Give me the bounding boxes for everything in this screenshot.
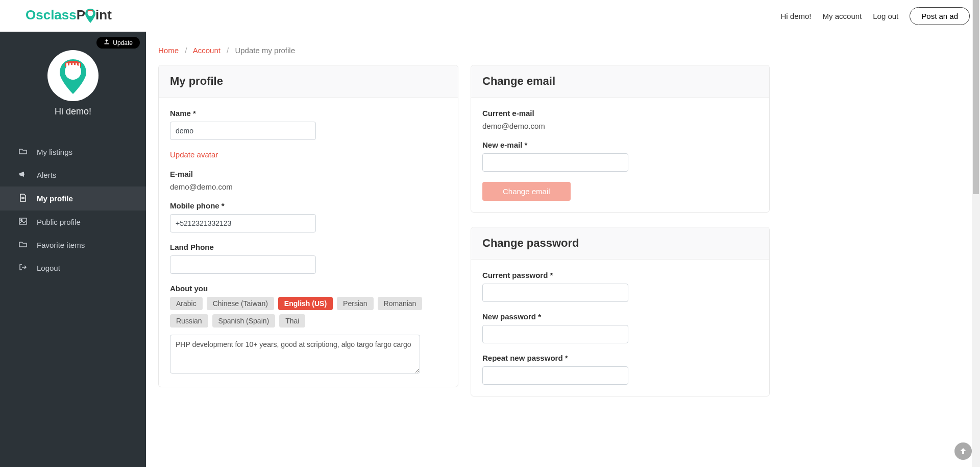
sidebar-item-logout[interactable]: Logout xyxy=(0,256,146,279)
nav-my-account[interactable]: My account xyxy=(823,12,862,20)
bullhorn-icon xyxy=(18,171,28,179)
svg-rect-3 xyxy=(69,63,71,67)
change-email-card: Change email Current e-mail demo@demo.co… xyxy=(471,65,770,213)
update-button-label: Update xyxy=(113,39,133,46)
mobile-phone-input[interactable] xyxy=(170,214,316,232)
breadcrumb-current: Update my profile xyxy=(235,46,295,55)
current-email-value: demo@demo.com xyxy=(482,122,758,130)
my-profile-card: My profile Name * Update avatar E-mail d… xyxy=(158,65,458,387)
breadcrumb-account[interactable]: Account xyxy=(193,46,220,55)
new-password-label: New password * xyxy=(482,312,758,321)
upload-icon xyxy=(104,39,110,46)
scrollbar[interactable] xyxy=(972,0,980,467)
land-phone-input[interactable] xyxy=(170,255,316,274)
sidebar-item-alerts[interactable]: Alerts xyxy=(0,164,146,186)
logo-part1: Osclass xyxy=(26,7,77,22)
repeat-password-input[interactable] xyxy=(482,366,628,385)
sidebar-greeting: Hi demo! xyxy=(0,106,146,117)
lang-tag-english-us[interactable]: English (US) xyxy=(278,297,333,310)
breadcrumb: Home / Account / Update my profile xyxy=(158,46,968,55)
logo-part3: int xyxy=(95,7,112,22)
main-content: Home / Account / Update my profile My pr… xyxy=(146,32,980,467)
change-email-button[interactable]: Change email xyxy=(482,182,571,201)
arrow-up-icon xyxy=(958,446,968,456)
svg-rect-4 xyxy=(72,63,74,67)
svg-rect-6 xyxy=(79,63,80,67)
repeat-password-label: Repeat new password * xyxy=(482,354,758,362)
avatar-map-pin-icon xyxy=(53,55,93,96)
top-header: OsclassPint Hi demo! My account Log out … xyxy=(0,0,980,32)
svg-rect-5 xyxy=(76,63,77,67)
new-password-input[interactable] xyxy=(482,325,628,343)
land-phone-label: Land Phone xyxy=(170,243,447,251)
scrollbar-thumb[interactable] xyxy=(973,0,979,194)
image-icon xyxy=(18,218,28,226)
my-profile-title: My profile xyxy=(170,75,447,88)
logo-part2: P xyxy=(77,7,85,22)
sidebar-item-label: Alerts xyxy=(37,171,56,179)
about-you-textarea[interactable] xyxy=(170,335,420,373)
sidebar: Update Hi demo! My listings xyxy=(0,32,146,467)
nav-log-out[interactable]: Log out xyxy=(873,12,898,20)
lang-tag-chinese-taiwan[interactable]: Chinese (Taiwan) xyxy=(207,297,274,310)
sidebar-menu: My listings Alerts My profile Public pro… xyxy=(0,141,146,279)
document-icon xyxy=(18,194,28,203)
lang-tag-russian[interactable]: Russian xyxy=(170,314,208,328)
scroll-to-top-button[interactable] xyxy=(953,441,973,461)
svg-point-8 xyxy=(21,220,22,221)
lang-tag-romanian[interactable]: Romanian xyxy=(378,297,423,310)
lang-tag-persian[interactable]: Persian xyxy=(337,297,373,310)
name-input[interactable] xyxy=(170,122,316,140)
lang-tag-thai[interactable]: Thai xyxy=(279,314,305,328)
language-tags: Arabic Chinese (Taiwan) English (US) Per… xyxy=(170,297,447,328)
logo[interactable]: OsclassPint xyxy=(26,7,112,25)
breadcrumb-sep: / xyxy=(185,46,187,55)
sidebar-item-public-profile[interactable]: Public profile xyxy=(0,211,146,233)
update-button[interactable]: Update xyxy=(96,37,140,49)
breadcrumb-home[interactable]: Home xyxy=(158,46,179,55)
map-pin-icon xyxy=(85,7,95,25)
sidebar-item-my-listings[interactable]: My listings xyxy=(0,141,146,164)
post-an-ad-button[interactable]: Post an ad xyxy=(910,7,970,25)
breadcrumb-sep: / xyxy=(227,46,229,55)
lang-tag-arabic[interactable]: Arabic xyxy=(170,297,203,310)
mobile-phone-label: Mobile phone * xyxy=(170,201,447,210)
sidebar-item-label: My listings xyxy=(37,148,72,156)
sidebar-item-label: Public profile xyxy=(37,218,81,226)
change-password-title: Change password xyxy=(482,237,758,250)
sidebar-item-my-profile[interactable]: My profile xyxy=(0,186,146,211)
name-label: Name * xyxy=(170,109,447,118)
svg-rect-2 xyxy=(66,63,68,67)
top-nav: Hi demo! My account Log out Post an ad xyxy=(781,7,970,25)
about-you-label: About you xyxy=(170,284,447,293)
email-value: demo@demo.com xyxy=(170,182,447,191)
change-email-title: Change email xyxy=(482,75,758,88)
new-email-input[interactable] xyxy=(482,153,628,172)
current-password-input[interactable] xyxy=(482,284,628,302)
email-label: E-mail xyxy=(170,170,447,178)
folder-icon xyxy=(18,241,28,249)
current-email-label: Current e-mail xyxy=(482,109,758,118)
update-avatar-link[interactable]: Update avatar xyxy=(170,150,218,159)
logout-icon xyxy=(18,264,28,272)
svg-point-0 xyxy=(88,11,93,16)
folder-icon xyxy=(18,148,28,156)
lang-tag-spanish-spain[interactable]: Spanish (Spain) xyxy=(212,314,276,328)
nav-hi-user[interactable]: Hi demo! xyxy=(781,12,812,20)
avatar[interactable] xyxy=(47,50,99,101)
sidebar-item-label: Favorite items xyxy=(37,241,85,249)
sidebar-item-label: My profile xyxy=(37,194,73,203)
change-password-card: Change password Current password * New p… xyxy=(471,227,770,396)
sidebar-item-favorite-items[interactable]: Favorite items xyxy=(0,233,146,256)
new-email-label: New e-mail * xyxy=(482,141,758,149)
sidebar-item-label: Logout xyxy=(37,264,60,272)
current-password-label: Current password * xyxy=(482,271,758,279)
